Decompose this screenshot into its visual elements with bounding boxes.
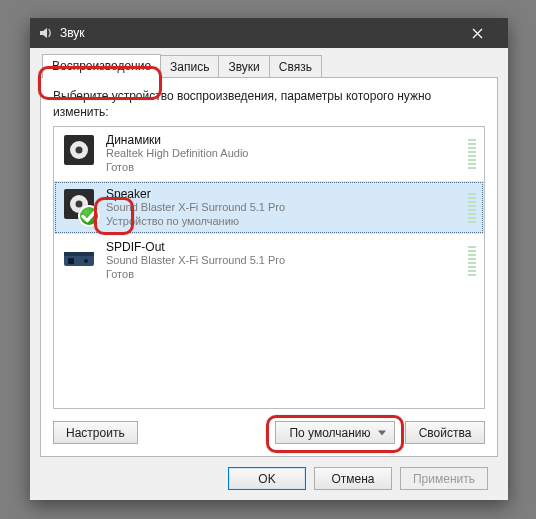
tab-label: Запись xyxy=(170,60,209,74)
spdif-icon xyxy=(62,240,96,274)
close-button[interactable] xyxy=(455,18,500,48)
tab-sounds[interactable]: Звуки xyxy=(218,55,269,78)
configure-button[interactable]: Настроить xyxy=(53,421,138,444)
ok-button[interactable]: OK xyxy=(228,467,306,490)
svg-rect-8 xyxy=(68,258,74,264)
tabstrip: Воспроизведение Запись Звуки Связь xyxy=(40,54,498,78)
device-status: Устройство по умолчанию xyxy=(106,215,462,229)
button-label: Настроить xyxy=(66,426,125,440)
device-text: SPDIF-Out Sound Blaster X-Fi Surround 5.… xyxy=(106,240,462,282)
volume-meter xyxy=(468,133,476,169)
button-label: Отмена xyxy=(331,472,374,486)
tab-label: Звуки xyxy=(228,60,259,74)
device-text: Speaker Sound Blaster X-Fi Surround 5.1 … xyxy=(106,187,462,229)
properties-button[interactable]: Свойства xyxy=(405,421,485,444)
cancel-button[interactable]: Отмена xyxy=(314,467,392,490)
device-name: Speaker xyxy=(106,187,462,201)
tab-panel-playback: Выберите устройство воспроизведения, пар… xyxy=(40,77,498,457)
close-icon xyxy=(472,28,483,39)
device-driver: Sound Blaster X-Fi Surround 5.1 Pro xyxy=(106,254,462,268)
device-driver: Realtek High Definition Audio xyxy=(106,147,462,161)
titlebar: Звук xyxy=(30,18,508,48)
sound-dialog: Звук Воспроизведение Запись Звуки xyxy=(30,18,508,500)
volume-meter xyxy=(468,240,476,276)
instruction-text: Выберите устройство воспроизведения, пар… xyxy=(53,88,485,120)
volume-icon xyxy=(38,25,54,41)
device-row[interactable]: Speaker Sound Blaster X-Fi Surround 5.1 … xyxy=(54,181,484,235)
device-driver: Sound Blaster X-Fi Surround 5.1 Pro xyxy=(106,201,462,215)
tab-footer: Настроить По умолчанию Свойства xyxy=(53,409,485,444)
speaker-icon xyxy=(62,187,96,221)
button-label: Применить xyxy=(413,472,475,486)
device-row[interactable]: Динамики Realtek High Definition Audio Г… xyxy=(54,127,484,181)
svg-point-9 xyxy=(84,259,88,263)
device-status: Готов xyxy=(106,161,462,175)
device-status: Готов xyxy=(106,268,462,282)
button-label: По умолчанию xyxy=(289,426,370,440)
tab-recording[interactable]: Запись xyxy=(160,55,219,78)
tab-label: Связь xyxy=(279,60,312,74)
device-name: SPDIF-Out xyxy=(106,240,462,254)
apply-button[interactable]: Применить xyxy=(400,467,488,490)
tab-playback[interactable]: Воспроизведение xyxy=(42,54,161,78)
window-title: Звук xyxy=(60,18,455,48)
dialog-buttons: OK Отмена Применить xyxy=(40,457,498,490)
svg-point-2 xyxy=(76,147,83,154)
speaker-icon xyxy=(62,133,96,167)
client-area: Воспроизведение Запись Звуки Связь Выбер… xyxy=(30,48,508,500)
default-check-icon xyxy=(78,205,100,227)
button-label: Свойства xyxy=(419,426,472,440)
device-text: Динамики Realtek High Definition Audio Г… xyxy=(106,133,462,175)
volume-meter xyxy=(468,187,476,223)
device-name: Динамики xyxy=(106,133,462,147)
device-row[interactable]: SPDIF-Out Sound Blaster X-Fi Surround 5.… xyxy=(54,234,484,288)
svg-rect-7 xyxy=(64,252,94,256)
device-list[interactable]: Динамики Realtek High Definition Audio Г… xyxy=(53,126,485,409)
set-default-button[interactable]: По умолчанию xyxy=(275,421,395,444)
tab-label: Воспроизведение xyxy=(52,59,151,73)
tab-communications[interactable]: Связь xyxy=(269,55,322,78)
button-label: OK xyxy=(258,472,275,486)
